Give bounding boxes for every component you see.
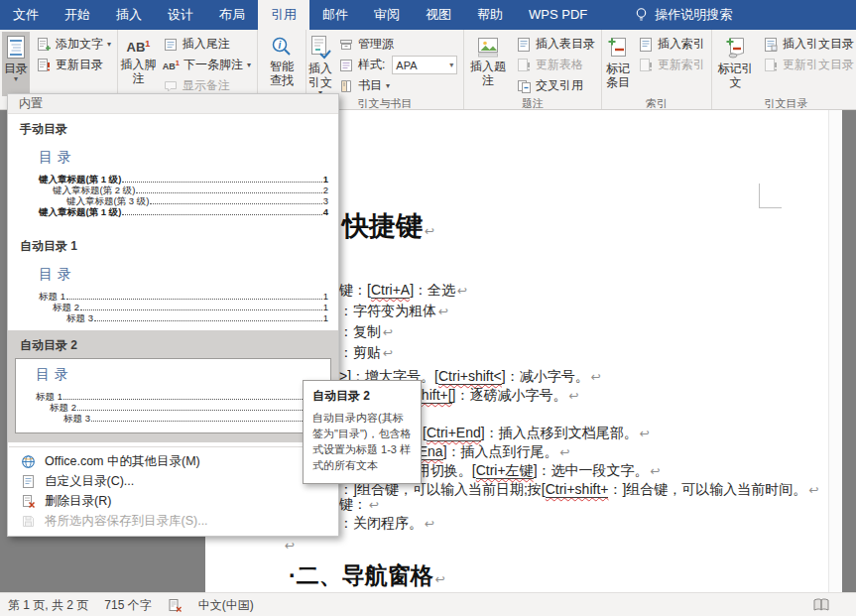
doc-heading[interactable]: ·二、导航窗格↩ [289,560,445,591]
tooltip-title: 自动目录 2 [312,388,412,405]
menu-bar: 文件开始插入设计布局引用邮件审阅视图帮助WPS PDF 操作说明搜索 [0,0,856,30]
update-index-button: 更新索引 [634,55,709,75]
doc-line[interactable]: ：字符变为粗体↩ [339,303,448,320]
doc-line[interactable]: ↩ [283,537,295,554]
menu-tab[interactable]: WPS PDF [516,0,600,30]
toc-preview-entry: 标题 11 [39,291,328,302]
tooltip-body: 自动目录内容(其标签为"目录")，包含格式设置为标题 1-3 样式的所有文本 [312,411,412,474]
menu-item[interactable]: Office.com 中的其他目录(M) [8,451,338,471]
insert-footnote-button[interactable]: AB1 插入脚注 [120,32,157,96]
toc-preview: 目录标题 11标题 21标题 31 [15,358,331,433]
toc-dropdown-header: 内置 [8,94,338,114]
insert-citation-button[interactable]: 插入引文 ▾ [308,32,332,96]
pilcrow-mark: ↩ [568,389,578,403]
update-table-button: 更新表格 [512,55,599,75]
menu-item-label: Office.com 中的其他目录(M) [45,453,200,470]
toc-preview-title: 目录 [36,366,326,384]
toc-preview-entry: 标题 11 [36,391,326,402]
doc-line[interactable]: ：关闭程序。↩ [339,515,434,533]
toc-preview: 目录标题 11标题 21标题 31 [39,266,328,323]
toc-gallery-item[interactable]: 自动目录 1目录标题 11标题 21标题 31 [8,231,338,330]
chevron-down-icon: ▾ [107,40,111,49]
svg-text:i: i [279,40,282,51]
menu-tab[interactable]: 插入 [103,0,155,30]
smart-lookup-button[interactable]: i 智能查找 [260,32,304,96]
mark-entry-button[interactable]: 标记条目 [604,32,632,96]
add-text-button[interactable]: 添加文字▾ [32,34,115,55]
tell-me-search[interactable]: 操作说明搜索 [634,0,732,30]
insert-endnote-button[interactable]: 插入尾注 [159,34,255,55]
menu-tab[interactable]: 文件 [0,0,52,30]
pilcrow-mark: ↩ [640,427,650,440]
pilcrow-mark: ↩ [808,483,818,497]
group-label-captions: 题注 [464,96,601,109]
manage-sources-icon [338,37,354,53]
spellcheck-icon[interactable] [168,598,183,613]
menu-tab[interactable]: 审阅 [361,0,413,30]
next-footnote-button[interactable]: AB1 下一条脚注▾ [159,55,255,75]
tell-me-label: 操作说明搜索 [655,6,732,24]
update-toc-button[interactable]: 更新目录 [32,55,115,75]
pilcrow-mark: ↩ [435,572,445,586]
status-page-info[interactable]: 第 1 页, 共 2 页 [8,597,88,614]
doc-line[interactable]: 键：[Ctri+A]：全选↩ [339,282,467,300]
menu-tab[interactable]: 视图 [413,0,464,30]
menu-tabs: 文件开始插入设计布局引用邮件审阅视图帮助WPS PDF [0,0,600,30]
toc-preview-title: 目录 [39,149,328,167]
vertical-scrollbar[interactable] [828,109,842,592]
footnote-ab1-icon: AB1 [163,59,180,71]
update-toa-button: 更新引文目录 [759,55,856,75]
doc-line[interactable]: 键：↩ [339,496,379,514]
insert-index-button[interactable]: 插入索引 [634,34,709,55]
toc-preview-entry: 键入章标题(第 2 级)2 [53,185,328,195]
toc-button[interactable]: 目录 ▾ [2,32,30,96]
pilcrow-mark: ↩ [369,498,379,512]
insert-toa-button[interactable]: 插入引文目录 [759,34,856,55]
cross-reference-button[interactable]: 交叉引用 [512,75,599,96]
save-icon [21,514,36,529]
toc-gallery-label: 自动目录 1 [8,231,338,255]
update-toc-icon [36,58,52,73]
insert-citation-icon [308,35,332,61]
menu-tab[interactable]: 邮件 [309,0,361,30]
doc-line[interactable]: ：复制↩ [339,323,393,341]
status-word-count[interactable]: 715 个字 [104,597,151,614]
menu-item: 将所选内容保存到目录库(S)... [8,511,338,531]
insert-caption-button[interactable]: 插入题注 [466,32,510,96]
status-language[interactable]: 中文(中国) [198,597,254,614]
doc-line[interactable]: ：剪贴↩ [339,344,393,362]
menu-tab[interactable]: 设计 [155,0,206,30]
toc-dropdown: 内置 手动目录目录键入章标题(第 1 级)1键入章标题(第 2 级)2键入章标题… [7,93,339,537]
toc-gallery-item[interactable]: 手动目录目录键入章标题(第 1 级)1键入章标题(第 2 级)2键入章标题(第 … [8,114,338,231]
doc-title[interactable]: 快捷键↩ [342,208,434,244]
menu-item[interactable]: 删除目录(R) [8,491,338,511]
bibliography-button[interactable]: 书目▾ [334,75,461,96]
add-text-icon [36,37,52,53]
menu-item[interactable]: 自定义目录(C)... [8,471,338,491]
cross-reference-icon [516,78,532,94]
mark-citation-button[interactable]: 标记引文 [714,32,757,96]
pilcrow-mark: ↩ [285,539,295,553]
menu-tab[interactable]: 布局 [206,0,258,30]
toc-preview-title: 目录 [39,266,328,284]
citation-style-row: 样式: APA▾ [334,55,461,75]
menu-tab[interactable]: 帮助 [464,0,516,30]
bibliography-icon [338,78,354,94]
toc-gallery-item-selected[interactable]: 自动目录 2目录标题 11标题 21标题 31 [8,330,338,442]
citation-style-select[interactable]: APA▾ [392,56,457,74]
menu-tab[interactable]: 引用 [258,0,309,30]
read-mode-icon[interactable] [812,598,830,612]
style-icon [338,58,354,73]
pilcrow-mark: ↩ [383,346,393,360]
smart-lookup-icon: i [270,35,294,59]
pilcrow-mark: ↩ [651,464,661,478]
menu-tab[interactable]: 开始 [52,0,103,30]
toc-preview-entry: 键入章标题(第 1 级)4 [39,206,328,217]
group-label-toa: 引文目录 [712,96,856,109]
ribbon-group-index: 标记条目 插入索引 更新索引 索引 [602,30,712,109]
mark-citation-icon [724,35,748,61]
toc-preview: 目录键入章标题(第 1 级)1键入章标题(第 2 级)2键入章标题(第 3 级)… [39,149,328,217]
insert-endnote-icon [163,37,179,53]
insert-table-of-figures-button[interactable]: 插入表目录 [512,34,599,55]
manage-sources-button[interactable]: 管理源 [334,34,461,55]
